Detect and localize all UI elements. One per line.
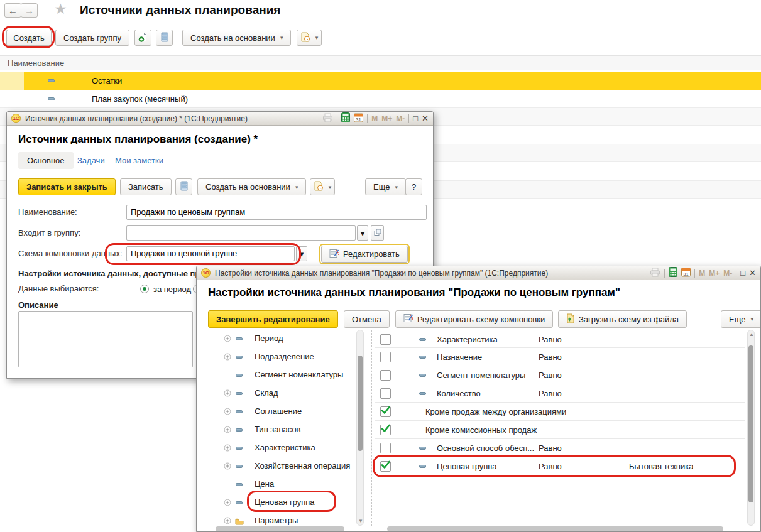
close-icon[interactable]: ✕ xyxy=(422,114,429,123)
expand-icon[interactable] xyxy=(224,353,231,362)
memory-mminus-button[interactable]: M- xyxy=(723,269,732,278)
dialog1-titlebar[interactable]: 1С Источник данных планирования (создани… xyxy=(7,112,433,126)
expand-icon[interactable] xyxy=(224,444,231,453)
conditions-horizontal-scrollbar[interactable] xyxy=(387,526,723,531)
condition-row-harakteristika[interactable]: Характеристика Равно xyxy=(375,330,745,348)
load-schema-button[interactable]: Загрузить схему из файла xyxy=(558,310,687,328)
condition-row-cenovaya-gruppa[interactable]: Ценовая группа Равно Бытовая техника xyxy=(375,457,745,475)
expand-icon[interactable] xyxy=(224,462,231,472)
condition-row-krome-komissionnyh[interactable]: Кроме комиссионных продаж xyxy=(375,421,745,439)
checkbox-unchecked[interactable] xyxy=(380,443,391,453)
calendar-icon[interactable]: 31 xyxy=(354,112,363,124)
scroll-down-icon[interactable]: ▼ xyxy=(358,518,363,524)
name-field[interactable]: Продажи по ценовым группам xyxy=(126,205,427,220)
condition-row-naznachenie[interactable]: Назначение Равно xyxy=(375,348,745,366)
group-dropdown-button[interactable]: ▾ xyxy=(357,225,368,241)
calculator-icon[interactable] xyxy=(669,267,677,279)
print-icon[interactable] xyxy=(650,268,660,279)
memory-m-button[interactable]: M xyxy=(371,114,378,123)
condition-row-osnovnoj-sposob[interactable]: Основной способ обесп... Равно xyxy=(375,439,745,457)
tree-horizontal-scrollbar[interactable] xyxy=(216,526,344,531)
create-group-button[interactable]: Создать группу xyxy=(55,30,129,46)
schema-field[interactable]: Продажи по ценовой группе xyxy=(126,246,295,261)
tree-item-period[interactable]: Период xyxy=(208,330,356,348)
memory-mminus-button[interactable]: M- xyxy=(396,114,405,123)
expand-icon[interactable] xyxy=(224,499,231,508)
maximize-icon[interactable]: □ xyxy=(413,114,418,123)
expand-icon[interactable] xyxy=(224,335,231,344)
checkbox-unchecked[interactable] xyxy=(380,388,391,399)
condition-comparison: Равно xyxy=(539,443,562,453)
memory-mplus-button[interactable]: M+ xyxy=(381,114,392,123)
scroll-up-icon[interactable]: ▲ xyxy=(749,332,754,337)
list-view-button[interactable] xyxy=(175,178,192,195)
finish-editing-button[interactable]: Завершить редактирование xyxy=(208,310,338,328)
memory-mplus-button[interactable]: M+ xyxy=(709,269,720,278)
scrollbar-thumb[interactable] xyxy=(748,345,753,502)
scrollbar-thumb[interactable] xyxy=(358,356,363,451)
condition-row-segment[interactable]: Сегмент номенклатуры Равно xyxy=(375,366,745,384)
checkbox-unchecked[interactable] xyxy=(380,352,391,362)
checkbox-checked[interactable] xyxy=(380,425,391,435)
schema-dropdown-button[interactable]: ▾ xyxy=(296,246,307,261)
table-row-ostatki[interactable]: Остатки xyxy=(0,72,761,90)
tree-vertical-scrollbar[interactable]: ▼ xyxy=(356,330,364,526)
calculator-icon[interactable] xyxy=(341,112,350,124)
tree-item-soglashenie[interactable]: Соглашение xyxy=(208,403,356,421)
tree-item-cena[interactable]: Цена xyxy=(208,475,356,494)
create-copy-button[interactable] xyxy=(134,30,151,46)
conditions-vertical-scrollbar[interactable]: ▲ xyxy=(747,330,755,526)
checkbox-checked[interactable] xyxy=(380,406,391,417)
expand-icon[interactable] xyxy=(224,426,231,435)
tab-my-notes[interactable]: Мои заметки xyxy=(115,156,163,166)
panel-splitter[interactable] xyxy=(368,330,368,526)
maximize-icon[interactable]: □ xyxy=(740,268,745,278)
save-and-close-button[interactable]: Записать и закрыть xyxy=(18,178,116,195)
cancel-button[interactable]: Отмена xyxy=(344,310,390,328)
list-view-button[interactable] xyxy=(156,30,173,46)
tree-item-podrazdelenie[interactable]: Подразделение xyxy=(208,348,356,366)
reports-dropdown-button[interactable]: ▾ xyxy=(297,30,322,46)
checkbox-checked[interactable] xyxy=(380,461,391,472)
group-field[interactable] xyxy=(126,225,356,241)
create-based-on-button[interactable]: Создать на основании ▾ xyxy=(182,30,291,46)
group-open-button[interactable] xyxy=(371,225,384,241)
expand-icon[interactable] xyxy=(224,389,231,399)
calendar-icon[interactable]: 31 xyxy=(681,267,691,279)
create-button[interactable]: Создать xyxy=(6,30,52,46)
tree-item-harakteristika[interactable]: Характеристика xyxy=(208,439,356,457)
description-textarea[interactable] xyxy=(18,311,193,367)
table-header-name[interactable]: Наименование xyxy=(0,55,761,70)
condition-row-kolichestvo[interactable]: Количество Равно xyxy=(375,384,745,403)
expand-icon[interactable] xyxy=(224,408,231,417)
tree-item-segment-nomenklatury[interactable]: Сегмент номенклатуры xyxy=(208,366,356,384)
tree-item-sklad[interactable]: Склад xyxy=(208,384,356,403)
dialog2-titlebar[interactable]: 1С Настройки источника данных планирован… xyxy=(197,266,760,280)
create-based-on-button[interactable]: Создать на основании ▾ xyxy=(197,178,306,195)
edit-composition-schema-button[interactable]: Редактировать схему компоновки xyxy=(395,310,553,328)
tree-item-cenovaya-gruppa[interactable]: Ценовая группа xyxy=(208,494,356,512)
nav-forward-button[interactable]: → xyxy=(21,3,38,18)
more-button[interactable]: Еще ▾ xyxy=(365,178,406,195)
radio-for-period[interactable] xyxy=(140,285,149,293)
edit-schema-button[interactable]: Редактировать xyxy=(321,246,408,263)
condition-row-krome-prodazh[interactable]: Кроме продаж между организациями xyxy=(375,403,745,421)
more-button[interactable]: Еще ▾ xyxy=(721,310,761,328)
save-button[interactable]: Записать xyxy=(120,178,172,195)
tree-item-tip-zapasov[interactable]: Тип запасов xyxy=(208,421,356,439)
checkbox-unchecked[interactable] xyxy=(380,334,391,345)
tree-item-hozyajstvennaya-operaciya[interactable]: Хозяйственная операция xyxy=(208,457,356,475)
print-icon[interactable] xyxy=(322,113,333,124)
table-row-plan-zakupok[interactable]: План закупок (месячный) xyxy=(0,90,761,108)
memory-m-button[interactable]: M xyxy=(699,269,705,278)
favorite-star-icon[interactable]: ★ xyxy=(54,1,67,18)
help-button[interactable]: ? xyxy=(405,178,422,195)
close-icon[interactable]: ✕ xyxy=(749,268,756,278)
tab-tasks[interactable]: Задачи xyxy=(77,156,105,166)
panel-splitter[interactable] xyxy=(371,330,372,526)
tab-main[interactable]: Основное xyxy=(18,152,74,169)
reports-dropdown-button[interactable]: ▾ xyxy=(310,178,335,195)
checkbox-unchecked[interactable] xyxy=(380,370,391,381)
expand-icon[interactable] xyxy=(224,517,231,526)
nav-back-button[interactable]: ← xyxy=(4,3,21,18)
